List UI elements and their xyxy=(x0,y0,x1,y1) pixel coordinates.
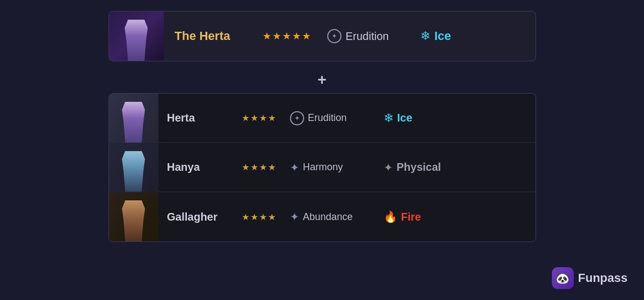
hanya-name: Hanya xyxy=(167,161,227,174)
herta-element-name: Ice xyxy=(397,112,413,124)
herta-path-name: Erudition xyxy=(308,112,347,124)
herta-name: Herta xyxy=(167,112,227,124)
abundance-icon: ✦ xyxy=(290,210,299,223)
hanya-element-name: Physical xyxy=(397,161,441,174)
gallagher-path-name: Abundance xyxy=(303,211,353,223)
physical-icon: ✦ xyxy=(384,161,393,174)
hanya-path: ✦ Harmony xyxy=(290,161,369,174)
featured-element: ❄ Ice xyxy=(420,29,452,43)
gallagher-avatar xyxy=(109,192,158,241)
herta-stars: ★ ★ ★ ★ xyxy=(242,113,276,123)
plus-sign: + xyxy=(317,71,326,89)
herta-path: Erudition xyxy=(290,111,369,125)
herta-element: ❄ Ice xyxy=(384,111,413,125)
featured-path: Erudition xyxy=(327,29,404,43)
featured-info: The Herta ★ ★ ★ ★ ★ Erudition ❄ Ice xyxy=(164,29,535,43)
ice-icon: ❄ xyxy=(420,29,430,43)
erudition-icon xyxy=(327,29,341,43)
hanya-path-name: Harmony xyxy=(303,161,343,173)
herta-ice-icon: ❄ xyxy=(384,111,394,125)
featured-name: The Herta xyxy=(175,29,246,43)
funpass-name: Funpass xyxy=(578,271,628,285)
fire-icon: 🔥 xyxy=(384,210,397,223)
gallagher-element: 🔥 Fire xyxy=(384,210,421,223)
herta-erudition-icon xyxy=(290,111,304,125)
hanya-info: Hanya ★ ★ ★ ★ ✦ Harmony ✦ Physical xyxy=(158,161,535,174)
gallagher-stars: ★ ★ ★ ★ xyxy=(242,212,276,222)
funpass-icon: 🐼 xyxy=(552,267,574,289)
hanya-element: ✦ Physical xyxy=(384,161,441,174)
gallagher-info: Gallagher ★ ★ ★ ★ ✦ Abundance 🔥 Fire xyxy=(158,210,535,223)
featured-element-name: Ice xyxy=(435,29,452,43)
gallagher-row: Gallagher ★ ★ ★ ★ ✦ Abundance 🔥 Fire xyxy=(109,192,535,241)
harmony-icon: ✦ xyxy=(290,161,299,174)
support-list: Herta ★ ★ ★ ★ Erudition ❄ Ice Hanya xyxy=(109,93,536,242)
support-row: Herta ★ ★ ★ ★ Erudition ❄ Ice xyxy=(109,94,535,143)
hanya-stars: ★ ★ ★ ★ xyxy=(242,162,276,172)
herta-avatar xyxy=(109,94,158,143)
featured-path-name: Erudition xyxy=(346,30,389,43)
funpass-panda-emoji: 🐼 xyxy=(556,272,569,285)
featured-avatar xyxy=(109,11,164,61)
herta-info: Herta ★ ★ ★ ★ Erudition ❄ Ice xyxy=(158,111,535,125)
featured-card: The Herta ★ ★ ★ ★ ★ Erudition ❄ Ice xyxy=(109,11,536,61)
gallagher-path: ✦ Abundance xyxy=(290,210,369,223)
featured-stars: ★ ★ ★ ★ ★ xyxy=(263,30,311,42)
funpass-logo: 🐼 Funpass xyxy=(552,267,628,289)
hanya-row: Hanya ★ ★ ★ ★ ✦ Harmony ✦ Physical xyxy=(109,143,535,192)
hanya-avatar xyxy=(109,143,158,192)
gallagher-name: Gallagher xyxy=(167,211,227,223)
gallagher-element-name: Fire xyxy=(401,211,421,223)
